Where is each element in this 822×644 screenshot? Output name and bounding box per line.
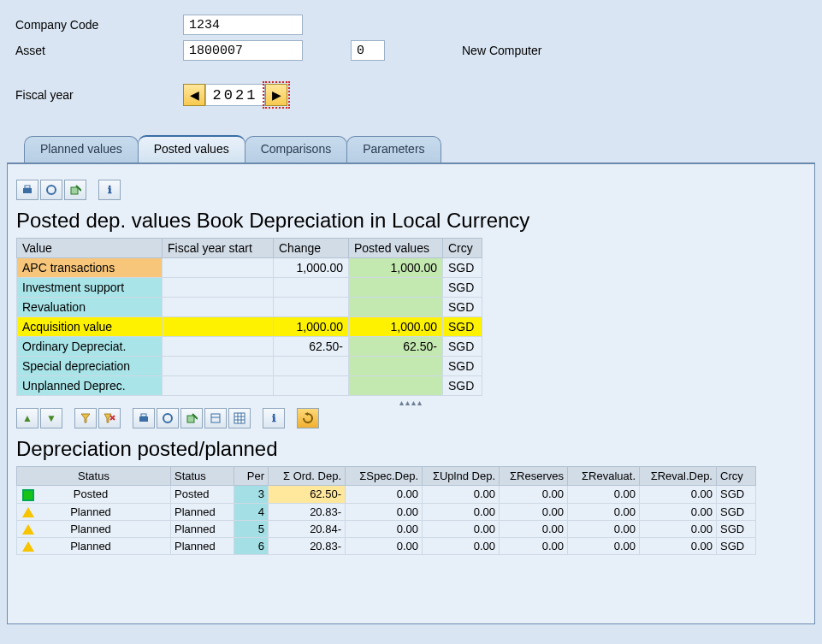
cell-status1: Posted — [17, 486, 171, 504]
cell-fys — [163, 317, 274, 337]
cell-crcy: SGD — [443, 258, 482, 278]
svg-rect-10 — [211, 414, 220, 422]
cell-value: Revaluation — [17, 298, 163, 317]
table-row[interactable]: Unplanned Deprec.SGD — [17, 376, 482, 396]
cell-change: 62.50- — [274, 337, 349, 357]
tabstrip: Planned values Posted values Comparisons… — [24, 135, 822, 162]
cell-ord: 20.83- — [269, 503, 346, 520]
cell-status1: Planned — [17, 520, 171, 537]
depreciation-table[interactable]: Status Status Per Σ Ord. Dep. ΣSpec.Dep.… — [16, 466, 756, 555]
col-ord[interactable]: Σ Ord. Dep. — [269, 467, 346, 486]
layout-icon — [210, 412, 222, 424]
tab-parameters[interactable]: Parameters — [346, 136, 441, 162]
export-button[interactable] — [64, 180, 86, 200]
tab-comparisons[interactable]: Comparisons — [245, 136, 347, 162]
col-spec[interactable]: ΣSpec.Dep. — [346, 467, 423, 486]
cell-posted — [349, 357, 443, 376]
col-rev[interactable]: ΣRevaluat. — [568, 467, 640, 486]
filter-button[interactable] — [74, 408, 97, 428]
cell-status2: Posted — [171, 486, 234, 504]
table-row[interactable]: PlannedPlanned620.83-0.000.000.000.000.0… — [17, 537, 756, 554]
grid2-toolbar: ▲ ▼ ℹ — [16, 408, 814, 428]
info-icon: ℹ — [108, 184, 112, 196]
cell-rev: 0.00 — [568, 503, 640, 520]
cell-value: APC transactions — [17, 258, 163, 278]
info2-button[interactable]: ℹ — [263, 408, 285, 428]
cell-crcy: SGD — [443, 357, 482, 376]
sort-desc-button[interactable]: ▼ — [40, 408, 62, 428]
info-icon: ℹ — [272, 412, 276, 424]
cell-status1: Planned — [17, 537, 171, 554]
col-per[interactable]: Per — [234, 467, 269, 486]
col-posted[interactable]: Posted values — [349, 239, 443, 258]
cell-ord: 20.84- — [269, 520, 346, 537]
view-button[interactable] — [40, 180, 62, 200]
cell-crcy: SGD — [717, 486, 756, 504]
cell-upl: 0.00 — [423, 537, 500, 554]
cell-status2: Planned — [171, 520, 234, 537]
print-button[interactable] — [16, 180, 38, 200]
info-button[interactable]: ℹ — [98, 180, 121, 200]
export2-button[interactable] — [180, 408, 203, 428]
cell-status1: Planned — [17, 503, 171, 520]
table-row[interactable]: RevaluationSGD — [17, 298, 482, 317]
fiscal-year-label: Fiscal year — [15, 88, 183, 102]
table-row[interactable]: PlannedPlanned520.84-0.000.000.000.000.0… — [17, 520, 756, 537]
view2-button[interactable] — [157, 408, 179, 428]
posted-values-table[interactable]: Value Fiscal year start Change Posted va… — [16, 238, 482, 396]
sort-asc-button[interactable]: ▲ — [16, 408, 38, 428]
refresh-display-button[interactable] — [297, 408, 319, 428]
col-upl[interactable]: ΣUplnd Dep. — [423, 467, 500, 486]
splitter-handle[interactable]: ▴▴▴▴ — [8, 398, 814, 406]
col-fys[interactable]: Fiscal year start — [163, 239, 274, 258]
fiscal-year-prev-button[interactable]: ◀ — [183, 84, 205, 106]
asset-subnumber-input[interactable] — [351, 40, 385, 61]
fiscal-year-input[interactable] — [205, 84, 265, 106]
svg-rect-12 — [234, 413, 245, 423]
cell-change: 1,000.00 — [274, 258, 349, 278]
svg-rect-6 — [139, 417, 148, 422]
col-res[interactable]: ΣReserves — [500, 467, 568, 486]
col-revd[interactable]: ΣReval.Dep. — [640, 467, 717, 486]
tab-posted-values[interactable]: Posted values — [138, 135, 245, 162]
spreadsheet-button[interactable] — [228, 408, 251, 428]
col-status1[interactable]: Status — [17, 467, 171, 486]
export-icon — [186, 412, 198, 424]
cell-ord: 20.83- — [269, 537, 346, 554]
col-change[interactable]: Change — [274, 239, 349, 258]
status-posted-icon — [22, 489, 34, 501]
table-row[interactable]: Ordinary Depreciat.62.50-62.50-SGD — [17, 337, 482, 357]
refresh-icon — [302, 412, 314, 424]
asset-label: Asset — [15, 44, 183, 57]
cell-value: Ordinary Depreciat. — [17, 337, 163, 357]
cell-crcy: SGD — [443, 298, 482, 317]
fiscal-year-next-button[interactable]: ▶ — [265, 84, 287, 106]
asset-input[interactable] — [183, 40, 303, 61]
col-crcy2[interactable]: Crcy — [717, 467, 756, 486]
table-row[interactable]: PostedPosted362.50-0.000.000.000.000.00S… — [17, 486, 756, 504]
filter-delete-button[interactable] — [98, 408, 121, 428]
table-row[interactable]: Special depreciationSGD — [17, 357, 482, 376]
col-value[interactable]: Value — [17, 239, 163, 258]
tab-panel-posted-values: ℹ Posted dep. values Book Depreciation i… — [7, 162, 815, 624]
col-crcy[interactable]: Crcy — [443, 239, 482, 258]
svg-rect-9 — [187, 416, 194, 422]
cell-fys — [163, 337, 274, 357]
svg-point-8 — [163, 414, 172, 422]
layout-button[interactable] — [204, 408, 227, 428]
table-row[interactable]: APC transactions1,000.001,000.00SGD — [17, 258, 482, 278]
table-row[interactable]: Acquisition value1,000.001,000.00SGD — [17, 317, 482, 337]
cell-upl: 0.00 — [423, 520, 500, 537]
table-row[interactable]: PlannedPlanned420.83-0.000.000.000.000.0… — [17, 503, 756, 520]
section2-title: Depreciation posted/planned — [8, 434, 814, 466]
company-code-input[interactable] — [183, 15, 303, 35]
cell-rev: 0.00 — [568, 486, 640, 504]
table-row[interactable]: Investment supportSGD — [17, 278, 482, 298]
cell-res: 0.00 — [500, 503, 568, 520]
tab-planned-values[interactable]: Planned values — [24, 136, 139, 162]
col-status2[interactable]: Status — [171, 467, 234, 486]
cell-ord: 62.50- — [269, 486, 346, 504]
cell-posted — [349, 298, 443, 317]
print2-button[interactable] — [133, 408, 155, 428]
cell-spec: 0.00 — [346, 486, 423, 504]
